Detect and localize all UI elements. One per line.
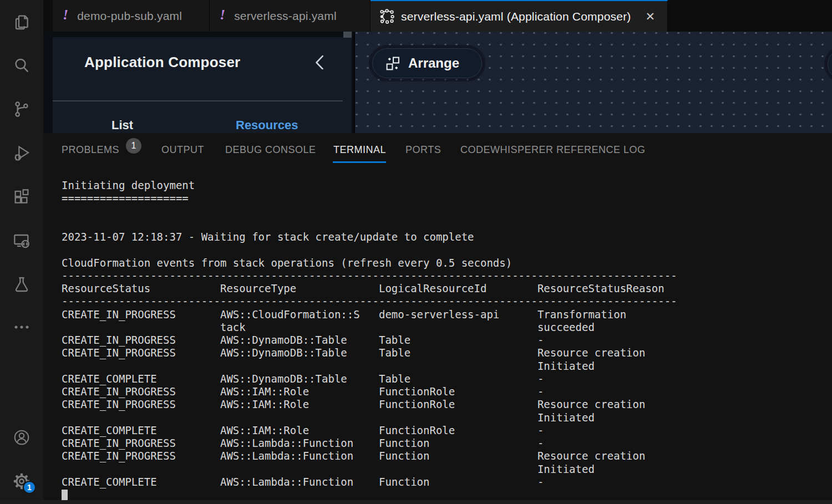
activity-bar: 1 <box>0 0 43 504</box>
remote-explorer-icon[interactable] <box>13 232 31 250</box>
editor-area: Application Composer List Resources <box>43 32 832 133</box>
extensions-icon[interactable] <box>13 188 31 206</box>
terminal-text: Initiating deployment ==================… <box>62 179 677 488</box>
arrange-icon <box>385 56 400 71</box>
terminal-output[interactable]: Initiating deployment ==================… <box>62 179 677 501</box>
more-actions-icon[interactable] <box>13 318 31 336</box>
vscode-window: 1 ! demo-pub-sub.yaml ! serverless-api.y… <box>0 0 832 504</box>
search-icon[interactable] <box>13 57 31 74</box>
tab-label: serverless-api.yaml <box>234 9 337 23</box>
testing-beaker-icon[interactable] <box>13 276 31 293</box>
account-icon[interactable] <box>13 429 31 446</box>
terminal-cursor <box>62 490 68 501</box>
panel-tab-output[interactable]: OUTPUT <box>161 144 204 156</box>
tab-serverless-api-yaml[interactable]: ! serverless-api.yaml <box>210 0 371 32</box>
problems-count-badge: 1 <box>126 138 141 154</box>
tab-label: serverless-api.yaml (Application Compose… <box>401 10 631 23</box>
canvas-control-button[interactable] <box>828 49 832 80</box>
panel-tab-problems[interactable]: PROBLEMS <box>62 144 119 156</box>
panel-tab-codewhisperer-log[interactable]: CODEWHISPERER REFERENCE LOG <box>460 144 646 156</box>
scrollbar-thumb[interactable] <box>343 32 352 38</box>
run-debug-icon[interactable] <box>13 144 31 162</box>
panel-tab-terminal[interactable]: TERMINAL <box>333 144 386 156</box>
close-tab-icon[interactable]: ✕ <box>646 11 656 22</box>
source-control-icon[interactable] <box>13 100 31 118</box>
tab-label: demo-pub-sub.yaml <box>77 9 182 23</box>
panel-tab-ports[interactable]: PORTS <box>405 144 441 156</box>
composer-tab-list[interactable]: List <box>111 118 133 133</box>
arrange-button[interactable]: Arrange <box>372 48 482 78</box>
explorer-icon[interactable] <box>13 13 31 31</box>
arrange-button-label: Arrange <box>408 55 459 71</box>
composer-tab-resources[interactable]: Resources <box>236 118 298 133</box>
tab-serverless-api-composer[interactable]: serverless-api.yaml (Application Compose… <box>371 0 668 32</box>
composer-canvas[interactable]: Arrange <box>353 32 832 133</box>
settings-badge: 1 <box>23 481 36 494</box>
application-composer-sidebar: Application Composer List Resources <box>53 37 352 133</box>
window-bottom-edge <box>0 500 832 504</box>
collapse-panel-chevron-icon[interactable] <box>312 54 328 70</box>
modified-warning-icon: ! <box>219 8 227 24</box>
panel-tab-debug-console[interactable]: DEBUG CONSOLE <box>225 144 316 156</box>
bottom-panel: PROBLEMS 1 OUTPUT DEBUG CONSOLE TERMINAL… <box>43 133 832 504</box>
editor-tab-bar: ! demo-pub-sub.yaml ! serverless-api.yam… <box>43 0 832 32</box>
application-composer-icon <box>379 9 394 24</box>
divider <box>53 100 343 101</box>
modified-warning-icon: ! <box>62 8 70 24</box>
composer-panel-title: Application Composer <box>84 54 240 71</box>
tab-demo-pub-sub-yaml[interactable]: ! demo-pub-sub.yaml <box>53 0 210 32</box>
active-tab-underline <box>333 161 386 163</box>
